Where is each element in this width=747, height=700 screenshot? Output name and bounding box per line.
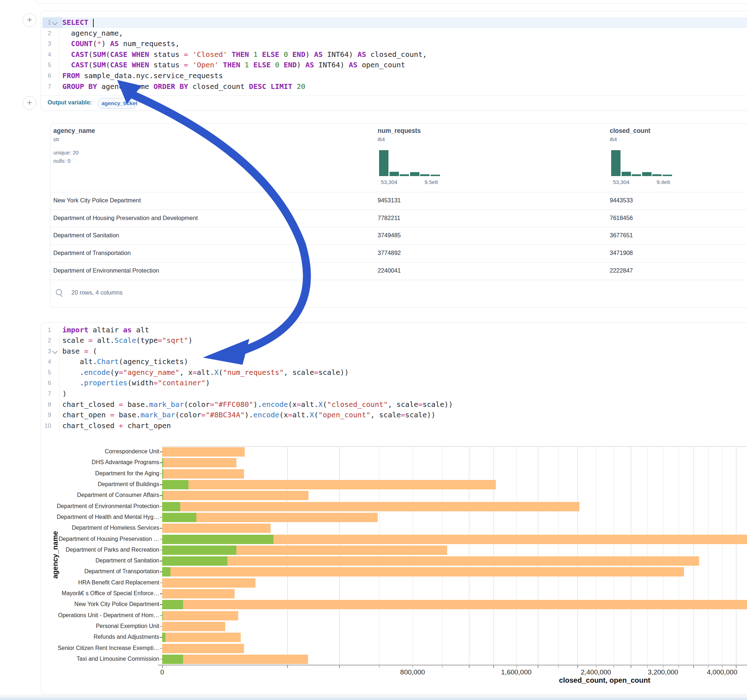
gridline (631, 447, 631, 665)
bar-closed_count[interactable] (162, 480, 496, 489)
chart-top-border (162, 446, 747, 447)
y-axis-label: Personal Exemption Unit (51, 623, 159, 629)
y-axis-label: Department of Parks and Recreation (51, 547, 159, 553)
altair-chart: closed_count, open_count agency_name Cor… (0, 0, 747, 700)
gridline (558, 447, 559, 665)
x-axis-line (158, 665, 747, 665)
x-tick (663, 665, 664, 668)
bar-closed_count[interactable] (162, 611, 238, 620)
y-axis-label: Senior Citizen Rent Increase Exempti… (51, 645, 159, 652)
x-tick (679, 665, 679, 668)
bar-open_count[interactable] (162, 633, 165, 642)
x-tick (647, 665, 648, 668)
bar-closed_count[interactable] (162, 502, 579, 511)
bar-closed_count[interactable] (162, 633, 241, 642)
bar-closed_count[interactable] (162, 447, 245, 457)
bar-closed_count[interactable] (162, 458, 236, 468)
y-tick (160, 539, 162, 540)
next-cell-edge[interactable] (0, 698, 747, 700)
bar-closed_count[interactable] (162, 523, 271, 533)
x-axis-label: 2,400,000 (567, 668, 625, 676)
y-tick (160, 517, 162, 518)
x-axis-label: 3,200,000 (634, 668, 692, 676)
bar-open_count[interactable] (162, 458, 163, 468)
x-axis-label: 0 (133, 668, 191, 676)
x-tick (493, 665, 494, 668)
gridline (379, 447, 380, 665)
bar-open_count[interactable] (162, 556, 227, 566)
x-tick (413, 665, 413, 668)
x-tick (558, 665, 559, 668)
gridline (577, 447, 578, 665)
bar-closed_count[interactable] (162, 567, 684, 576)
bar-closed_count[interactable] (162, 600, 747, 609)
bar-open_count[interactable] (162, 502, 180, 511)
bar-closed_count[interactable] (162, 556, 699, 566)
y-axis-label: Department of Sanitation (51, 557, 159, 564)
gridline (693, 447, 694, 665)
y-tick (160, 604, 162, 605)
notebook-app: + + 1234567 SELECT agency_name, COUNT(*)… (0, 0, 747, 700)
y-tick (160, 637, 162, 638)
bar-open_count[interactable] (162, 611, 163, 620)
x-tick (722, 665, 723, 668)
bar-closed_count[interactable] (162, 622, 225, 631)
y-axis-label: HRA Benefit Card Replacement (51, 579, 159, 586)
x-tick (538, 665, 538, 668)
x-tick (614, 665, 614, 668)
bar-closed_count[interactable] (162, 578, 256, 588)
x-tick (516, 665, 517, 668)
bar-open_count[interactable] (162, 469, 163, 478)
y-tick (160, 451, 162, 452)
gridline (708, 447, 709, 665)
bar-open_count[interactable] (162, 567, 171, 576)
bar-open_count[interactable] (162, 491, 163, 500)
gridline (663, 447, 664, 665)
gridline (339, 447, 340, 665)
bar-open_count[interactable] (162, 480, 189, 489)
bar-open_count[interactable] (162, 513, 197, 522)
y-axis-label: Department of Homeless Services (51, 525, 159, 531)
y-axis-label: Department of Environmental Protection (51, 503, 159, 510)
bar-closed_count[interactable] (162, 491, 308, 500)
y-tick (160, 561, 162, 561)
y-tick (160, 582, 162, 583)
x-tick (693, 665, 694, 668)
gridline (722, 447, 723, 665)
y-axis-label: Department of Buildings (51, 481, 159, 487)
bar-closed_count[interactable] (162, 655, 308, 664)
bar-open_count[interactable] (162, 546, 236, 555)
gridline (469, 447, 470, 665)
y-axis-label: Department of Housing Preservation … (51, 536, 159, 542)
y-axis-label: Taxi and Limousine Commission (51, 656, 159, 662)
gridline (413, 447, 413, 665)
bar-open_count[interactable] (162, 535, 274, 544)
bar-open_count[interactable] (162, 600, 183, 609)
gridline (493, 447, 494, 665)
x-axis-title: closed_count, open_count (532, 676, 677, 685)
y-tick (160, 593, 162, 594)
x-tick (339, 665, 340, 668)
x-axis-label: 4,000,000 (693, 668, 747, 676)
y-axis-label: Refunds and Adjustments (51, 634, 159, 640)
bar-closed_count[interactable] (162, 469, 244, 478)
bar-open_count[interactable] (162, 655, 183, 664)
y-axis-label: Department of Transportation (51, 568, 159, 575)
y-tick (160, 626, 162, 627)
y-tick (160, 474, 162, 474)
gridline (596, 447, 597, 665)
y-tick (160, 616, 162, 616)
gridline (538, 447, 538, 665)
gridline (516, 447, 517, 665)
bar-closed_count[interactable] (162, 589, 234, 599)
y-tick (160, 506, 162, 507)
x-tick (442, 665, 443, 668)
y-tick (160, 484, 162, 485)
bar-closed_count[interactable] (162, 644, 244, 653)
y-axis-label: Operations Unit - Department of Hom… (51, 612, 159, 619)
x-tick (631, 665, 631, 668)
x-tick (379, 665, 380, 668)
x-tick (708, 665, 709, 668)
x-tick (577, 665, 578, 668)
x-tick (596, 665, 597, 668)
